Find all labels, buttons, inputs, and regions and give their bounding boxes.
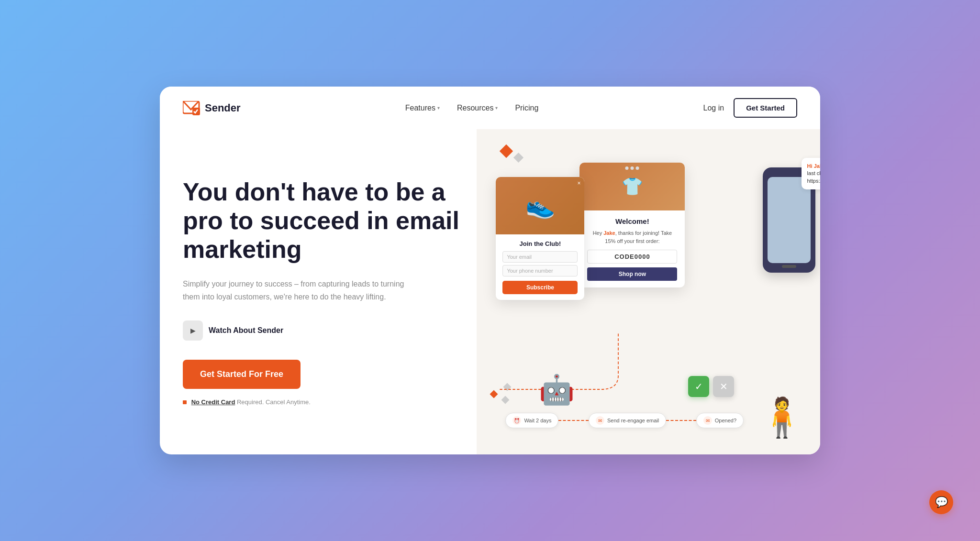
popup-email-input[interactable]: Your email <box>502 251 578 263</box>
window-dots <box>625 166 639 170</box>
workflow-area: ⏰ Wait 2 days ✉ Send re-engage email ✉ O… <box>505 413 744 428</box>
opened-node: ✉ Opened? <box>696 413 744 428</box>
chevron-down-icon: ▾ <box>437 105 440 110</box>
robot-illustration: 🤖 <box>539 373 575 407</box>
window-dot-3 <box>636 166 639 170</box>
logo-icon <box>183 101 200 115</box>
popup-close-icon[interactable]: × <box>577 180 580 187</box>
chat-icon: 💬 <box>935 496 948 508</box>
shoe-emoji: 👟 <box>525 192 555 220</box>
cta-button[interactable]: Get Started For Free <box>183 360 301 389</box>
send-node: ✉ Send re-engage email <box>589 413 666 428</box>
watch-video-link[interactable]: ▶ Watch About Sender <box>183 320 477 341</box>
person-illustration: 🧍 <box>758 395 806 440</box>
nav-resources[interactable]: Resources ▾ <box>457 104 498 112</box>
shoe-image: 👟 <box>496 177 584 234</box>
welcome-code: CODE0000 <box>587 250 677 264</box>
clock-icon: ⏰ <box>512 416 521 425</box>
navbar: Sender Features ▾ Resources ▾ Pricing Lo… <box>160 87 820 129</box>
sms-body: last chance to get...https://9s.ms/... <box>807 170 820 183</box>
phone-screen <box>768 177 811 263</box>
welcome-shop-button[interactable]: Shop now <box>587 267 677 281</box>
hero-right: × 👟 Join the Club! Your email Your phone… <box>477 129 820 454</box>
opened-icon: ✉ <box>703 416 712 425</box>
clothes-emoji: 👕 <box>622 177 643 197</box>
popup-title: Join the Club! <box>502 240 578 247</box>
wait-node: ⏰ Wait 2 days <box>505 413 558 428</box>
no-card-rest: Required. Cancel Anytime. <box>237 398 311 406</box>
nav-actions: Log in Get Started <box>703 98 797 118</box>
window-dot-1 <box>625 166 629 170</box>
send-label: Send re-engage email <box>607 418 659 423</box>
nav-pricing[interactable]: Pricing <box>515 104 538 112</box>
wait-label: Wait 2 days <box>524 418 551 423</box>
watch-label: Watch About Sender <box>209 326 283 335</box>
main-card: Sender Features ▾ Resources ▾ Pricing Lo… <box>160 87 820 454</box>
email-icon: ✉ <box>596 416 604 425</box>
nav-links: Features ▾ Resources ▾ Pricing <box>405 104 539 112</box>
diamond-orange-bottom <box>490 390 498 398</box>
welcome-card-img-wrapper: 👕 <box>579 163 685 210</box>
popup-subscribe-card: × 👟 Join the Club! Your email Your phone… <box>496 177 584 300</box>
x-icon: ✕ <box>713 376 734 397</box>
logo[interactable]: Sender <box>183 101 241 115</box>
chat-bubble-button[interactable]: 💬 <box>929 490 953 514</box>
opened-label: Opened? <box>715 418 736 423</box>
welcome-email-card: 👕 Welcome! Hey Jake, thanks for joining!… <box>579 163 685 287</box>
diamond-orange-top <box>500 144 513 158</box>
welcome-title: Welcome! <box>587 217 677 225</box>
check-icon: ✓ <box>688 376 709 397</box>
welcome-highlight-name: Jake <box>603 230 615 236</box>
hero-left: You don't have to be a pro to succeed in… <box>160 129 477 454</box>
no-card-strong: No Credit Card <box>191 398 235 406</box>
play-icon: ▶ <box>183 320 203 341</box>
welcome-body-text: Hey Jake, thanks for joining! Take 15% o… <box>587 229 677 245</box>
sms-bubble: Hi Jake, last chance to get...https://9s… <box>802 158 820 189</box>
no-card-text: No Credit Card Required. Cancel Anytime. <box>183 398 477 406</box>
diamond-gray-3 <box>503 383 512 391</box>
popup-card-body: Join the Club! Your email Your phone num… <box>496 234 584 300</box>
bullet-icon <box>183 400 187 404</box>
sms-hi-text: Hi Jake, <box>807 163 820 169</box>
popup-subscribe-button[interactable]: Subscribe <box>502 281 578 294</box>
welcome-card-body: Welcome! Hey Jake, thanks for joining! T… <box>579 210 685 287</box>
popup-phone-input[interactable]: Your phone number <box>502 265 578 276</box>
chevron-down-icon: ▾ <box>495 105 498 110</box>
welcome-card-image: 👕 <box>579 163 685 210</box>
window-dot-2 <box>631 166 634 170</box>
popup-card-header: × 👟 <box>496 177 584 234</box>
diamond-gray-2 <box>501 396 510 404</box>
login-button[interactable]: Log in <box>703 104 724 112</box>
check-x-area: ✓ ✕ <box>688 376 734 397</box>
phone-button <box>782 265 796 268</box>
workflow-dash-1 <box>558 420 589 421</box>
workflow-dash-2 <box>666 420 696 421</box>
hero-title: You don't have to be a pro to succeed in… <box>183 178 477 264</box>
logo-text: Sender <box>205 102 241 114</box>
nav-features[interactable]: Features ▾ <box>405 104 440 112</box>
get-started-nav-button[interactable]: Get Started <box>734 98 797 118</box>
hero-section: You don't have to be a pro to succeed in… <box>160 129 820 454</box>
hero-subtitle: Simplify your journey to success – from … <box>183 277 412 303</box>
diamond-gray-1 <box>513 153 523 163</box>
